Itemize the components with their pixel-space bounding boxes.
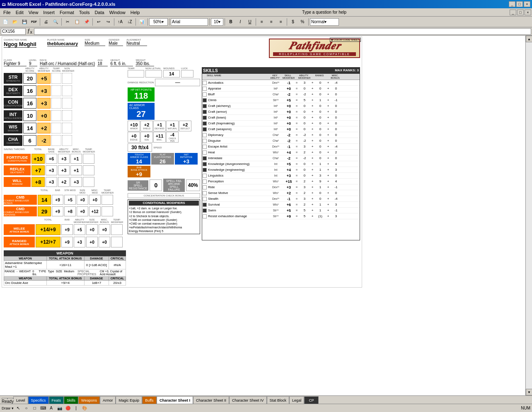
formula-input[interactable] — [34, 28, 531, 35]
menu-tools[interactable]: Tools — [77, 9, 92, 16]
align-left[interactable]: ≡ — [257, 17, 266, 27]
skill-row-6: Craft (bows)Int¹+0=0+0+0 — [202, 115, 360, 121]
draw-btn-8[interactable]: | — [73, 405, 80, 412]
skill-misc-10: 0 — [330, 139, 342, 143]
cha-temp-score — [51, 135, 61, 146]
menu-insert[interactable]: Insert — [41, 9, 57, 16]
scroll-up-btn[interactable]: ▲ — [526, 36, 532, 42]
cmb-temp — [102, 195, 113, 205]
cmb-size: +0 — [77, 195, 88, 205]
menu-edit[interactable]: Edit — [13, 9, 26, 16]
tab-buffs[interactable]: Buffs — [142, 396, 157, 404]
copy-button[interactable]: 📋 — [73, 17, 82, 27]
cut-button[interactable]: ✂ — [63, 17, 72, 27]
close-button[interactable]: × — [524, 1, 530, 7]
menu-file[interactable]: File — [1, 9, 13, 16]
melee-misc: +0 — [99, 224, 110, 235]
tab-weapons[interactable]: Weapons — [78, 396, 100, 404]
cmd-row: CMD COMBAT MANEUVER DEFENSE 29 +9 +8 +0 … — [4, 206, 126, 217]
tab-feats[interactable]: Feats — [49, 396, 64, 404]
bold-button[interactable]: B — [226, 17, 235, 27]
skill-misc-15: 3 — [330, 168, 342, 172]
sort-desc[interactable]: ↓Z — [125, 17, 134, 27]
cond-mods-box: CONDITIONAL MODIFIERS +1att, +2 dam. w. … — [128, 199, 200, 234]
print-button[interactable]: 🖨 — [41, 17, 51, 27]
skill-mod-2: -2 — [283, 92, 295, 97]
underline-button[interactable]: U — [245, 17, 254, 27]
menu-view[interactable]: View — [26, 9, 41, 16]
sep2 — [61, 18, 62, 26]
percent-button[interactable]: % — [298, 17, 307, 27]
zoom-box[interactable]: 50%▾ — [149, 18, 168, 26]
concentration-box: CONCENTRATION CHECK BONUS — [128, 193, 200, 198]
window-controls[interactable]: _ □ × — [509, 1, 530, 7]
ch-temp: TEMP. MODIFIER — [102, 189, 113, 194]
skill-cs-22 — [203, 208, 207, 213]
redo-button[interactable]: ↪ — [104, 17, 113, 27]
menu-help[interactable]: Help — [128, 9, 143, 16]
draw-btn-7[interactable]: 🔴 — [64, 405, 72, 412]
tab-specifics[interactable]: Specifics — [28, 396, 49, 404]
excel-minimize[interactable]: _ — [510, 10, 516, 15]
skill-ability-11: Dex¹¹ — [268, 145, 283, 148]
excel-close[interactable]: × — [525, 10, 531, 15]
sort-asc[interactable]: ↑A — [116, 17, 125, 27]
help-search: Type a question for help — [302, 10, 350, 15]
save-button[interactable]: 💾 — [20, 17, 29, 27]
draw-btn-6[interactable]: 📷 — [56, 405, 63, 412]
chart-button[interactable]: 📊 — [137, 17, 146, 27]
skill-skillmod-5: 0 — [299, 110, 310, 114]
italic-button[interactable]: I — [236, 17, 245, 27]
skill-misc-12: 2 — [330, 150, 342, 154]
undo-button[interactable]: ↩ — [94, 17, 103, 27]
pdf-button[interactable]: PDF — [29, 17, 39, 27]
font-selector[interactable] — [171, 18, 208, 26]
tab-legal[interactable]: Legal — [289, 396, 304, 404]
skill-row-23: Resist exhaustion damageStr¹¹+9=5+(1)+3 — [202, 213, 360, 219]
temp-label: TEMP. — [128, 67, 144, 70]
reflex-total: +7 — [31, 165, 45, 175]
font-size-box[interactable]: 10▾ — [211, 18, 223, 26]
excel-restore[interactable]: □ — [517, 10, 524, 15]
minimize-button[interactable]: _ — [509, 1, 515, 7]
scrollbar-vertical[interactable]: ▲ ▼ — [525, 36, 532, 395]
skill-name-10: Disguise — [207, 139, 268, 143]
tab-stat-block[interactable]: Stat Block — [267, 396, 290, 404]
menu-data[interactable]: Data — [92, 9, 106, 16]
cell-reference[interactable]: CX156 — [1, 28, 26, 35]
paste-button[interactable]: 📌 — [82, 17, 91, 27]
draw-btn-9[interactable]: 🎨 — [81, 405, 88, 412]
menu-format[interactable]: Format — [57, 9, 77, 16]
print-preview-button[interactable]: 🔍 — [51, 17, 60, 27]
style-box[interactable]: Normal▾ — [310, 18, 339, 26]
skill-misc-6: 0 — [330, 116, 342, 119]
tab-cp[interactable]: CP — [304, 396, 319, 404]
tab-magic-equip[interactable]: Magic Equip — [116, 396, 142, 404]
w1-type: Type — [48, 270, 54, 276]
align-center[interactable]: ≡ — [267, 17, 276, 27]
tab-level[interactable]: Level — [13, 396, 28, 404]
sheet-area: ■ COLOR CODE SHEET CHARACTER NAME Ngog M… — [0, 36, 525, 395]
skill-skillmod-23: 5 — [299, 214, 310, 218]
right-column: SKILLS MAX RANKS: 3 SKILL NAME KEY ABILI… — [202, 67, 360, 286]
maximize-button[interactable]: □ — [516, 1, 523, 7]
tab-char-sheet-1[interactable]: Character Sheet I — [157, 396, 193, 404]
new-button[interactable]: 📄 — [1, 17, 10, 27]
menu-window[interactable]: Window — [107, 9, 128, 16]
currency-button[interactable]: $ — [288, 17, 297, 27]
align-right[interactable]: ≡ — [276, 17, 285, 27]
draw-btn-5[interactable]: A — [48, 405, 55, 412]
draw-btn-3[interactable]: □ — [31, 405, 39, 412]
tab-armor[interactable]: Armor — [100, 396, 116, 404]
draw-btn-2[interactable]: ○ — [23, 405, 30, 412]
tab-skills[interactable]: Skills — [64, 396, 78, 404]
skill-name-20: Stealth — [207, 197, 268, 201]
excel-window-controls[interactable]: _ □ × — [510, 10, 531, 15]
tab-char-sheet-4[interactable]: Character Sheet IV — [229, 396, 267, 404]
draw-btn-4[interactable]: ⌨ — [39, 405, 47, 412]
scroll-down-btn[interactable]: ▼ — [526, 389, 532, 395]
tab-char-sheet-2[interactable]: Character Sheet II — [193, 396, 229, 404]
melee-bab: +9 — [61, 224, 73, 235]
open-button[interactable]: 📂 — [10, 17, 19, 27]
draw-btn-1[interactable]: ↖ — [15, 405, 22, 412]
